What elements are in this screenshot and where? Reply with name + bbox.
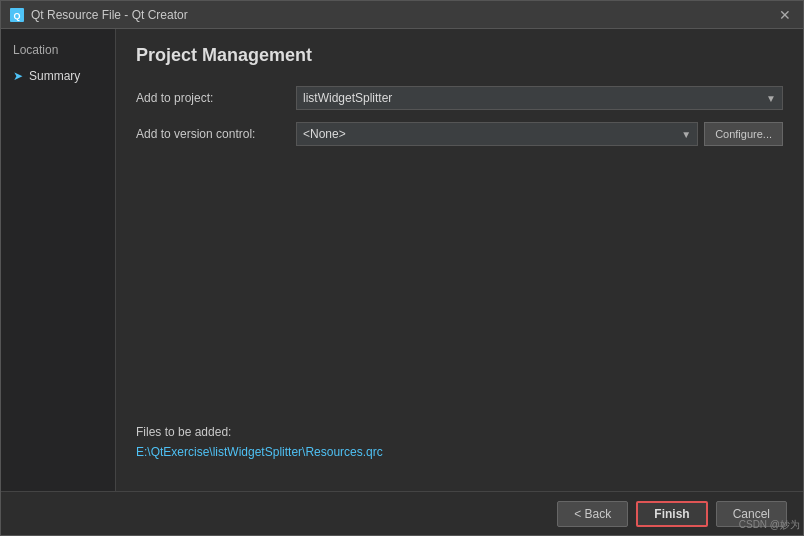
panel-title: Project Management (136, 45, 783, 66)
spacer (136, 158, 783, 425)
version-control-control: <None> ▼ Configure... (296, 122, 783, 146)
version-control-dropdown-value: <None> (303, 127, 346, 141)
files-section: Files to be added: E:\QtExercise\listWid… (136, 425, 783, 459)
content-area: Location ➤ Summary Project Management Ad… (1, 29, 803, 491)
sidebar-item-location-label: Location (13, 43, 58, 57)
project-dropdown[interactable]: listWidgetSplitter ▼ (296, 86, 783, 110)
files-label: Files to be added: (136, 425, 783, 439)
version-control-dropdown-arrow-icon: ▼ (681, 129, 691, 140)
file-path: E:\QtExercise\listWidgetSplitter\Resourc… (136, 445, 783, 459)
sidebar-item-summary-label: Summary (29, 69, 80, 83)
title-bar-text: Qt Resource File - Qt Creator (31, 8, 775, 22)
project-control: listWidgetSplitter ▼ (296, 86, 783, 110)
version-control-dropdown[interactable]: <None> ▼ (296, 122, 698, 146)
version-control-row: Add to version control: <None> ▼ Configu… (136, 122, 783, 146)
main-panel: Project Management Add to project: listW… (116, 29, 803, 491)
svg-text:Q: Q (13, 11, 20, 21)
configure-button[interactable]: Configure... (704, 122, 783, 146)
back-button[interactable]: < Back (557, 501, 628, 527)
version-control-label: Add to version control: (136, 127, 296, 141)
active-arrow-icon: ➤ (13, 69, 23, 83)
sidebar-item-location[interactable]: Location (1, 37, 115, 63)
project-label: Add to project: (136, 91, 296, 105)
watermark: CSDN @妙为 (739, 518, 800, 532)
project-dropdown-arrow-icon: ▼ (766, 93, 776, 104)
main-window: Q Qt Resource File - Qt Creator ✕ Locati… (0, 0, 804, 536)
sidebar-item-summary[interactable]: ➤ Summary (1, 63, 115, 89)
app-icon: Q (9, 7, 25, 23)
title-bar: Q Qt Resource File - Qt Creator ✕ (1, 1, 803, 29)
sidebar: Location ➤ Summary (1, 29, 116, 491)
project-dropdown-value: listWidgetSplitter (303, 91, 392, 105)
footer: < Back Finish Cancel (1, 491, 803, 535)
project-row: Add to project: listWidgetSplitter ▼ (136, 86, 783, 110)
finish-button[interactable]: Finish (636, 501, 707, 527)
close-button[interactable]: ✕ (775, 5, 795, 25)
